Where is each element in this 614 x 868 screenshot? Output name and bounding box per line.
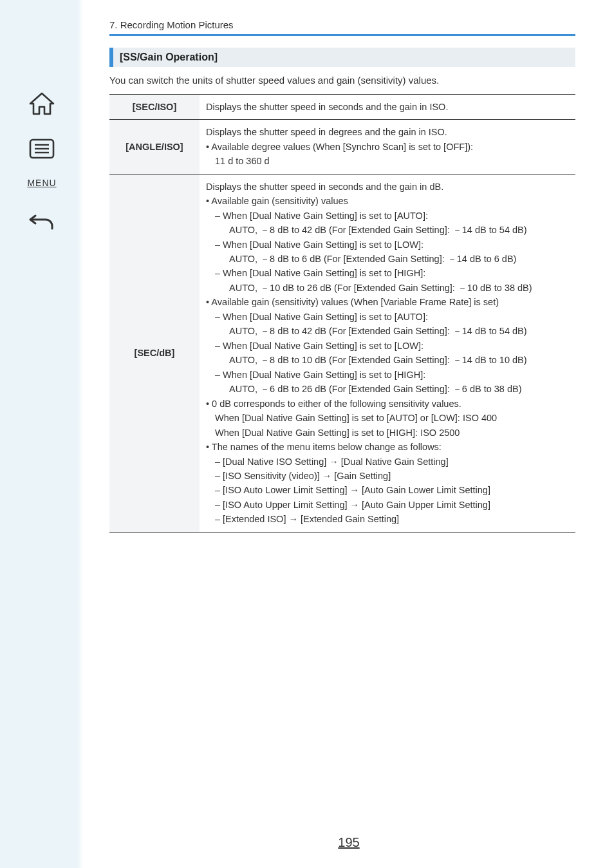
desc-line: • Available gain (sensitivity) values: [206, 194, 569, 208]
desc-line: – When [Dual Native Gain Setting] is set…: [206, 310, 569, 324]
desc-line: – [Extended ISO] → [Extended Gain Settin…: [206, 512, 569, 526]
desc-line: AUTO, －8 dB to 42 dB (For [Extended Gain…: [206, 324, 569, 338]
desc-line: – When [Dual Native Gain Setting] is set…: [206, 368, 569, 382]
section-description: You can switch the units of shutter spee…: [109, 73, 575, 88]
menu-nav-label[interactable]: MENU: [27, 178, 56, 188]
desc-line: – When [Dual Native Gain Setting] is set…: [206, 238, 569, 252]
desc-line: AUTO, －8 dB to 6 dB (For [Extended Gain …: [206, 252, 569, 266]
option-label: [SEC/dB]: [109, 174, 200, 532]
main-content: 7. Recording Motion Pictures [SS/Gain Op…: [84, 0, 614, 868]
desc-line: – When [Dual Native Gain Setting] is set…: [206, 209, 569, 223]
desc-line: – [ISO Auto Upper Limit Setting] → [Auto…: [206, 498, 569, 512]
desc-line: • 0 dB corresponds to either of the foll…: [206, 397, 569, 411]
back-icon[interactable]: [28, 206, 56, 233]
desc-line: Displays the shutter speed in seconds an…: [206, 100, 569, 114]
desc-line: • Available degree values (When [Synchro…: [206, 140, 569, 154]
desc-line: – When [Dual Native Gain Setting] is set…: [206, 339, 569, 353]
divider: [109, 34, 575, 36]
table-row: [SEC/ISO]Displays the shutter speed in s…: [109, 94, 575, 119]
desc-line: AUTO, －8 dB to 42 dB (For [Extended Gain…: [206, 223, 569, 237]
desc-line: When [Dual Native Gain Setting] is set t…: [206, 426, 569, 440]
desc-line: • Available gain (sensitivity) values (W…: [206, 295, 569, 309]
desc-line: – [ISO Auto Lower Limit Setting] → [Auto…: [206, 483, 569, 497]
desc-line: – [Dual Native ISO Setting] → [Dual Nati…: [206, 455, 569, 469]
page-number[interactable]: 195: [338, 835, 359, 850]
toc-icon[interactable]: [28, 135, 56, 162]
desc-line: When [Dual Native Gain Setting] is set t…: [206, 411, 569, 425]
options-table: [SEC/ISO]Displays the shutter speed in s…: [109, 94, 575, 533]
option-label: [ANGLE/ISO]: [109, 120, 200, 174]
desc-line: Displays the shutter speed in seconds an…: [206, 180, 569, 194]
desc-line: 11 d to 360 d: [206, 154, 569, 168]
breadcrumb: 7. Recording Motion Pictures: [109, 19, 575, 34]
table-row: [SEC/dB]Displays the shutter speed in se…: [109, 174, 575, 532]
desc-line: – When [Dual Native Gain Setting] is set…: [206, 266, 569, 280]
desc-line: AUTO, －8 dB to 10 dB (For [Extended Gain…: [206, 353, 569, 367]
desc-line: – [ISO Sensitivity (video)] → [Gain Sett…: [206, 469, 569, 483]
option-label: [SEC/ISO]: [109, 94, 200, 119]
desc-line: AUTO, －6 dB to 26 dB (For [Extended Gain…: [206, 382, 569, 396]
section-heading: [SS/Gain Operation]: [109, 48, 575, 67]
option-description: Displays the shutter speed in degrees an…: [200, 120, 575, 174]
option-description: Displays the shutter speed in seconds an…: [200, 174, 575, 532]
option-description: Displays the shutter speed in seconds an…: [200, 94, 575, 119]
desc-line: • The names of the menu items below chan…: [206, 440, 569, 454]
sidebar: MENU: [0, 0, 84, 868]
desc-line: AUTO, －10 dB to 26 dB (For [Extended Gai…: [206, 281, 569, 295]
home-icon[interactable]: [28, 90, 56, 117]
desc-line: Displays the shutter speed in degrees an…: [206, 125, 569, 139]
table-row: [ANGLE/ISO]Displays the shutter speed in…: [109, 120, 575, 174]
